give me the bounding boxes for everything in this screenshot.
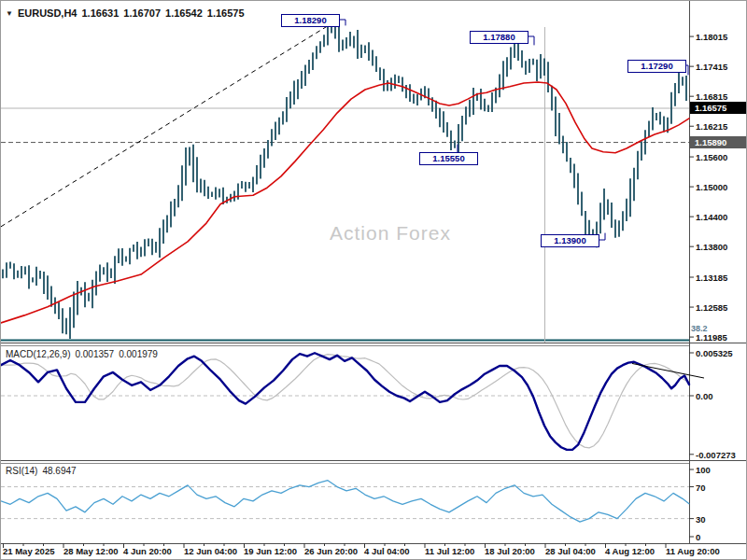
- macd-value: 0.001357: [75, 349, 114, 359]
- ohlc-high: 1.16707: [123, 7, 161, 19]
- current-price-box: 1.16575: [690, 102, 747, 114]
- price-callout: 1.15550: [419, 152, 478, 165]
- macd-indicator-label: MACD(12,26,9)0.0013570.001979: [6, 349, 162, 359]
- date-axis-label: 21 May 2025: [3, 546, 54, 556]
- date-axis-label: 26 Jun 20:00: [304, 546, 358, 556]
- price-axis-label: 1.15000: [696, 182, 727, 192]
- level-price-box: 1.15890: [690, 136, 747, 148]
- price-axis-label: 1.15600: [696, 152, 727, 162]
- date-axis-label: 4 Aug 12:00: [605, 546, 655, 556]
- date-axis-label: 11 Aug 20:00: [666, 546, 720, 556]
- rsi-axis-label: 30: [696, 514, 706, 525]
- date-axis-label: 19 Jun 12:00: [244, 546, 297, 556]
- price-axis-label: 1.14400: [696, 212, 727, 222]
- date-axis-label: 11 Jul 12:00: [425, 546, 474, 556]
- rsi-indicator-label: RSI(14)48.6947: [6, 466, 81, 476]
- macd-axis-label: 0.00: [696, 391, 713, 401]
- rsi-axis-label: 100: [696, 465, 711, 475]
- price-axis-label: 1.18015: [696, 32, 727, 42]
- price-callout: 1.17880: [470, 31, 529, 44]
- price-axis-label: 1.12585: [696, 302, 727, 313]
- price-callout: 1.18290: [281, 14, 340, 27]
- chart-window: Action Forex ▼EURUSD,H41.166311.167071.1…: [0, 0, 747, 560]
- date-axis-label: 28 Jul 04:00: [545, 546, 596, 556]
- date-axis-label: 4 Jul 04:00: [364, 546, 410, 556]
- chart-title-bar: ▼EURUSD,H41.166311.167071.165421.16575: [6, 7, 245, 19]
- macd-signal-value: 0.001979: [119, 349, 158, 359]
- chart-canvas[interactable]: [1, 1, 747, 560]
- price-axis-label: 1.16215: [696, 121, 727, 132]
- rsi-value: 48.6947: [42, 466, 76, 476]
- macd-name: MACD(12,26,9): [6, 349, 70, 359]
- date-axis-label: 4 Jun 20:00: [123, 546, 172, 556]
- ohlc-close: 1.16575: [207, 7, 245, 19]
- rsi-axis-label: 0: [696, 532, 700, 542]
- symbol-dropdown-icon[interactable]: ▼: [6, 9, 13, 18]
- macd-axis-label: -0.007273: [696, 450, 736, 460]
- date-axis-label: 28 May 12:00: [63, 546, 119, 556]
- price-callout: 1.17290: [627, 60, 686, 73]
- ohlc-low: 1.16542: [165, 7, 203, 19]
- macd-axis-label: 0.005325: [696, 348, 733, 358]
- date-axis-label: 18 Jul 20:00: [485, 546, 535, 556]
- price-axis-label: 1.16815: [696, 91, 727, 102]
- price-callout: 1.13900: [541, 234, 599, 247]
- rsi-axis-label: 70: [696, 483, 706, 493]
- price-axis-label: 1.17415: [696, 62, 727, 72]
- price-axis-label: 1.11985: [696, 332, 727, 343]
- price-axis-label: 1.13800: [696, 242, 727, 252]
- date-axis-label: 12 Jun 04:00: [184, 546, 237, 556]
- rsi-name: RSI(14): [6, 466, 37, 476]
- symbol-timeframe: EURUSD,H4: [18, 7, 78, 19]
- price-axis-label: 1.13185: [696, 273, 727, 283]
- ohlc-open: 1.16631: [82, 7, 120, 19]
